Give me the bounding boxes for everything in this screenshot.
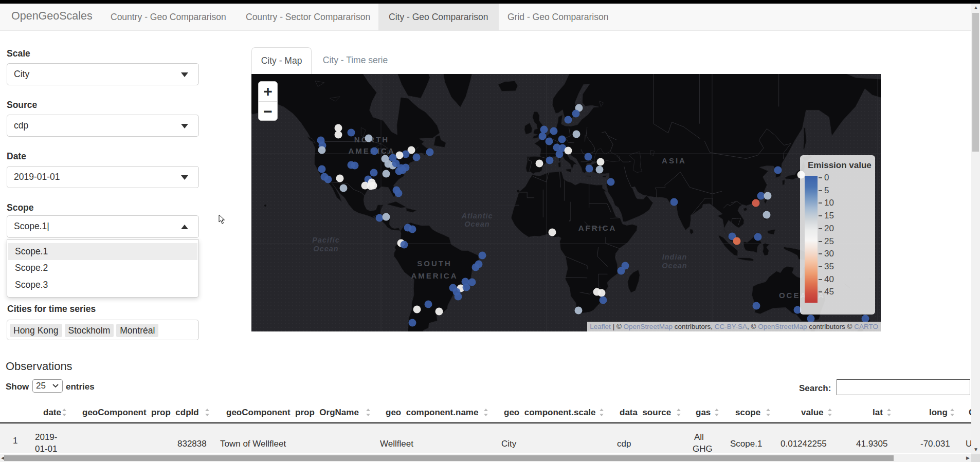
svg-text:Indian: Indian — [662, 253, 687, 261]
svg-text:Ocean: Ocean — [662, 262, 687, 270]
svg-text:Ocean: Ocean — [464, 220, 489, 228]
svg-text:ASIA: ASIA — [662, 156, 686, 165]
svg-text:AMERICA: AMERICA — [411, 271, 458, 280]
svg-text:Ocean: Ocean — [313, 245, 338, 253]
svg-text:Atlantic: Atlantic — [461, 212, 493, 220]
svg-text:Pacific: Pacific — [312, 236, 340, 244]
svg-text:SOUTH: SOUTH — [417, 259, 452, 268]
svg-text:AFRICA: AFRICA — [578, 224, 617, 232]
